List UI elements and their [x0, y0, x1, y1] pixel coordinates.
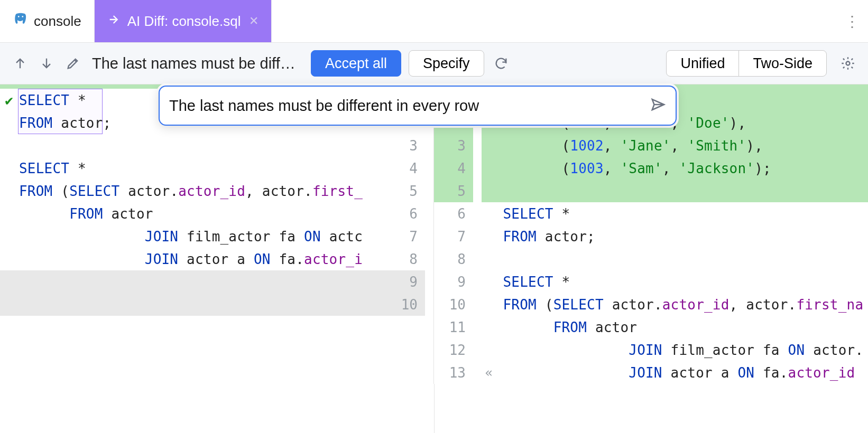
code-line[interactable]: FROM actor — [435, 316, 869, 338]
tab-ai-diff-label: AI Diff: console.sql — [127, 13, 241, 30]
code-line[interactable]: SELECT * — [435, 202, 869, 225]
prompt-summary: The last names must be diffe… — [92, 55, 303, 72]
code-line[interactable]: SELECT * — [435, 270, 869, 293]
code-line[interactable]: « JOIN actor a ON fa.actor_id — [435, 361, 869, 384]
ai-prompt-input[interactable] — [159, 86, 677, 126]
code-line[interactable] — [435, 248, 869, 270]
code-line[interactable]: FROM actor; — [435, 225, 869, 248]
svg-point-0 — [18, 16, 20, 17]
accept-all-button[interactable]: Accept all — [311, 50, 401, 77]
send-icon[interactable] — [650, 97, 666, 115]
svg-point-1 — [22, 16, 23, 17]
right-pane[interactable]: r_id, first_name, laVALUES (1001, 'John'… — [435, 84, 869, 433]
tab-console-label: console — [34, 13, 81, 30]
rerun-icon[interactable] — [492, 54, 511, 73]
prompt-field[interactable] — [169, 97, 650, 115]
code-line[interactable]: FROM (SELECT actor.actor_id, actor.first… — [0, 180, 434, 202]
diff-icon — [107, 12, 122, 31]
code-line[interactable]: JOIN film_actor fa ON actor. — [435, 338, 869, 361]
prev-diff-icon[interactable] — [11, 54, 30, 73]
diff-toolbar: The last names must be diffe… Accept all… — [0, 42, 868, 84]
code-line[interactable]: SELECT * — [0, 157, 434, 180]
view-two-side[interactable]: Two-Side — [738, 51, 826, 76]
diff-area: ✔SELECT *FROM actor;SELECT *FROM (SELECT… — [0, 84, 868, 433]
close-icon[interactable]: ✕ — [249, 14, 258, 28]
code-line[interactable]: FROM (SELECT actor.actor_id, actor.first… — [435, 293, 869, 316]
code-line[interactable] — [0, 134, 434, 157]
gear-icon[interactable] — [838, 54, 857, 73]
left-pane[interactable]: ✔SELECT *FROM actor;SELECT *FROM (SELECT… — [0, 84, 435, 433]
code-line[interactable]: FROM actor — [0, 202, 434, 225]
svg-point-2 — [846, 62, 850, 65]
code-line[interactable]: (1002, 'Jane', 'Smith'), — [435, 134, 869, 157]
kebab-menu-icon[interactable]: ⋮ — [836, 0, 868, 42]
code-line[interactable]: (1003, 'Sam', 'Jackson'); — [435, 157, 869, 180]
edit-icon[interactable] — [63, 54, 82, 73]
code-line[interactable] — [0, 270, 434, 293]
code-line[interactable]: JOIN actor a ON fa.actor_i — [0, 248, 434, 270]
postgres-icon — [13, 12, 29, 31]
view-unified[interactable]: Unified — [667, 51, 738, 76]
view-mode-toggle: Unified Two-Side — [666, 50, 827, 77]
next-diff-icon[interactable] — [37, 54, 56, 73]
specify-button[interactable]: Specify — [409, 50, 484, 77]
code-line[interactable]: JOIN film_actor fa ON actc — [0, 225, 434, 248]
tab-console[interactable]: console — [0, 0, 95, 42]
code-line[interactable] — [0, 293, 434, 316]
tab-ai-diff[interactable]: AI Diff: console.sql ✕ — [95, 0, 272, 42]
tab-bar: console AI Diff: console.sql ✕ ⋮ — [0, 0, 868, 42]
code-line[interactable] — [435, 180, 869, 202]
